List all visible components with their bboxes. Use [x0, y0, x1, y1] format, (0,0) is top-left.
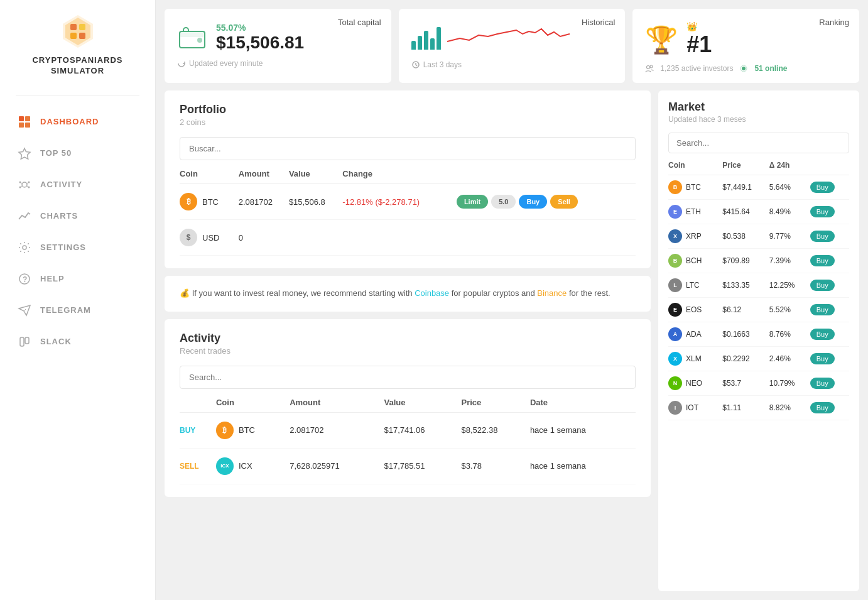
usd-change	[342, 220, 457, 256]
left-panel: Portfolio 2 coins Coin Amount Value Chan…	[165, 90, 651, 591]
top50-label: TOP 50	[40, 148, 72, 158]
bar-chart-icon	[411, 27, 441, 50]
market-row: N NEO $53.7 10.79% Buy	[668, 371, 849, 396]
sidebar-item-activity[interactable]: ACTIVITY	[0, 169, 155, 200]
binance-link[interactable]: Binance	[537, 288, 567, 298]
market-subtitle: Updated hace 3 meses	[668, 115, 849, 124]
promo-text2: for popular cryptos and	[452, 288, 538, 298]
sidebar-item-help[interactable]: ? HELP	[0, 263, 155, 295]
act-icx-symbol: ICX	[239, 461, 252, 471]
usd-actions	[457, 220, 636, 256]
ranking-number: #1	[686, 31, 712, 58]
mkt-coin-cell: E ETH	[668, 205, 722, 219]
svg-point-33	[742, 67, 746, 70]
slack-icon	[18, 335, 31, 349]
activity-section: Activity Recent trades Coin Amount Value…	[165, 319, 651, 497]
promo-banner: 💰 If you want to invest real money, we r…	[165, 276, 651, 312]
mkt-badge: X	[668, 352, 682, 366]
svg-point-29	[197, 38, 202, 43]
mkt-symbol: XRP	[686, 232, 702, 241]
act-icx-date: hace 1 semana	[530, 448, 636, 484]
mkt-coin-cell: X XRP	[668, 229, 722, 243]
mkt-price: $1.11	[722, 396, 769, 420]
portfolio-search[interactable]	[180, 137, 636, 160]
mkt-buy-button[interactable]: Buy	[810, 402, 835, 413]
act-btc-amount: 2.081702	[290, 412, 384, 448]
mkt-symbol: EOS	[686, 305, 702, 314]
mkt-change: 2.46%	[769, 347, 810, 371]
mkt-price: $0.538	[722, 224, 769, 249]
buy-button[interactable]: Buy	[519, 195, 547, 209]
mkt-price: $7,449.1	[722, 175, 769, 200]
mkt-buy-button[interactable]: Buy	[810, 255, 835, 266]
sell-type-label: SELL	[180, 462, 199, 471]
mkt-badge: E	[668, 205, 682, 219]
sell-button[interactable]: Sell	[550, 195, 578, 209]
online-icon	[739, 64, 748, 73]
app-logo	[59, 13, 97, 50]
svg-rect-5	[79, 33, 85, 39]
usd-badge: $	[180, 229, 197, 246]
market-row: L LTC $133.35 12.25% Buy	[668, 273, 849, 298]
sidebar-item-top50[interactable]: TOP 50	[0, 138, 155, 169]
settings-label: SETTINGS	[40, 243, 86, 252]
sidebar-divider	[16, 95, 140, 96]
col-value: Value	[289, 169, 342, 184]
usd-amount: 0	[239, 220, 289, 256]
act-col-price: Price	[462, 398, 530, 413]
act-icx-cell: ICX ICX	[216, 457, 290, 475]
mkt-buy-button[interactable]: Buy	[810, 329, 835, 340]
btc-badge: ₿	[180, 193, 197, 210]
coinbase-link[interactable]: Coinbase	[415, 288, 449, 298]
slack-label: SLACK	[40, 337, 72, 346]
mkt-buy-button[interactable]: Buy	[810, 231, 835, 242]
limit-button[interactable]: Limit	[457, 195, 488, 209]
mkt-coin-cell: A ADA	[668, 327, 722, 341]
mkt-buy-button[interactable]: Buy	[810, 280, 835, 291]
mkt-coin-cell: B BTC	[668, 180, 722, 194]
col-actions	[457, 169, 636, 184]
mkt-symbol: IOT	[686, 403, 698, 412]
mkt-price: $415.64	[722, 200, 769, 224]
market-row: A ADA $0.1663 8.76% Buy	[668, 322, 849, 347]
dashboard-icon	[18, 115, 31, 129]
mkt-coin-cell: L LTC	[668, 278, 722, 292]
mkt-change: 10.79%	[769, 371, 810, 396]
col-amount: Amount	[239, 169, 289, 184]
total-capital-footer: Updated every minute	[189, 59, 263, 68]
mkt-badge: X	[668, 229, 682, 243]
mkt-buy-button[interactable]: Buy	[810, 353, 835, 364]
mkt-col-change: Δ 24h	[769, 161, 810, 175]
online-count: 51 online	[754, 64, 787, 73]
svg-rect-4	[70, 33, 77, 39]
mkt-col-coin: Coin	[668, 161, 722, 175]
mkt-buy-button[interactable]: Buy	[810, 378, 835, 389]
telegram-icon	[18, 303, 31, 317]
telegram-label: TELEGRAM	[40, 305, 91, 315]
num-button[interactable]: 5.0	[491, 195, 516, 209]
portfolio-title: Portfolio	[180, 103, 636, 116]
sidebar-item-telegram[interactable]: TELEGRAM	[0, 295, 155, 326]
svg-rect-7	[25, 116, 30, 121]
mkt-buy-button[interactable]: Buy	[810, 182, 835, 193]
mkt-symbol: BCH	[686, 256, 702, 265]
mkt-buy-button[interactable]: Buy	[810, 304, 835, 315]
mkt-badge: L	[668, 278, 682, 292]
sidebar-item-charts[interactable]: CHARTS	[0, 200, 155, 232]
market-search[interactable]	[668, 133, 849, 153]
sidebar-item-dashboard[interactable]: DASHBOARD	[0, 106, 155, 138]
investors-count: 1,235 active investors	[660, 64, 733, 73]
col-coin: Coin	[180, 169, 239, 184]
portfolio-subtitle: 2 coins	[180, 117, 636, 127]
historical-label: Historical	[582, 18, 615, 27]
app-name: CRYPTOSPANIARDS	[32, 55, 122, 66]
sidebar-item-settings[interactable]: SETTINGS	[0, 232, 155, 263]
trophy-icon: 🏆	[645, 25, 678, 55]
svg-point-31	[647, 66, 650, 69]
dashboard-label: DASHBOARD	[40, 117, 99, 126]
activity-search[interactable]	[180, 366, 636, 389]
sidebar-item-slack[interactable]: SLACK	[0, 326, 155, 357]
mkt-buy-button[interactable]: Buy	[810, 206, 835, 217]
svg-rect-6	[19, 116, 24, 121]
act-icx-amount: 7,628.025971	[290, 448, 384, 484]
